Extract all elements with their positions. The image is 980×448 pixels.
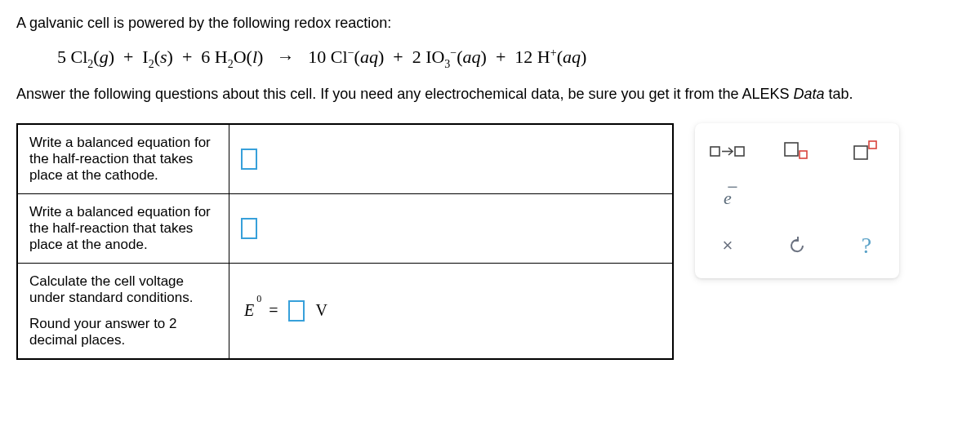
equals-sign: = [269,301,278,320]
help-icon: ? [862,233,871,259]
help-button[interactable]: ? [847,229,886,262]
question-table: Write a balanced equation for the half-r… [16,123,674,360]
prompt-text: Answer the following questions about thi… [16,86,964,103]
tool-empty [847,182,886,215]
volt-unit: V [315,301,327,320]
anode-input[interactable] [241,218,257,239]
electron-tool[interactable]: e− [708,182,747,215]
reset-icon [787,236,807,255]
tool-empty [777,182,817,215]
superscript-tool[interactable] [847,135,886,167]
voltage-label: Calculate the cell voltage under standar… [17,263,229,359]
voltage-expression: E0 = V [244,300,661,322]
svg-rect-6 [869,141,876,149]
table-row: Write a balanced equation for the half-r… [17,193,673,263]
cathode-label: Write a balanced equation for the half-r… [17,124,229,194]
toolbox-panel: e− × ? [695,123,899,278]
svg-rect-0 [710,147,719,156]
svg-rect-3 [785,143,798,156]
e-variable: E0 [244,301,254,320]
clear-button[interactable]: × [708,229,747,262]
close-icon: × [723,235,733,256]
intro-text: A galvanic cell is powered by the follow… [16,15,964,32]
svg-rect-2 [735,147,744,156]
voltage-input[interactable] [288,300,305,322]
yields-tool[interactable] [708,135,747,167]
table-row: Calculate the cell voltage under standar… [17,263,673,359]
redox-equation: 5 Cl2(g) + I2(s) + 6 H2O(l) → 10 Cl−(aq)… [57,47,964,71]
svg-rect-4 [800,151,807,158]
anode-label: Write a balanced equation for the half-r… [17,193,229,263]
reset-button[interactable] [777,229,817,262]
subscript-tool[interactable] [777,135,817,167]
svg-rect-5 [854,146,867,159]
table-row: Write a balanced equation for the half-r… [17,124,673,194]
cathode-input[interactable] [241,149,257,170]
